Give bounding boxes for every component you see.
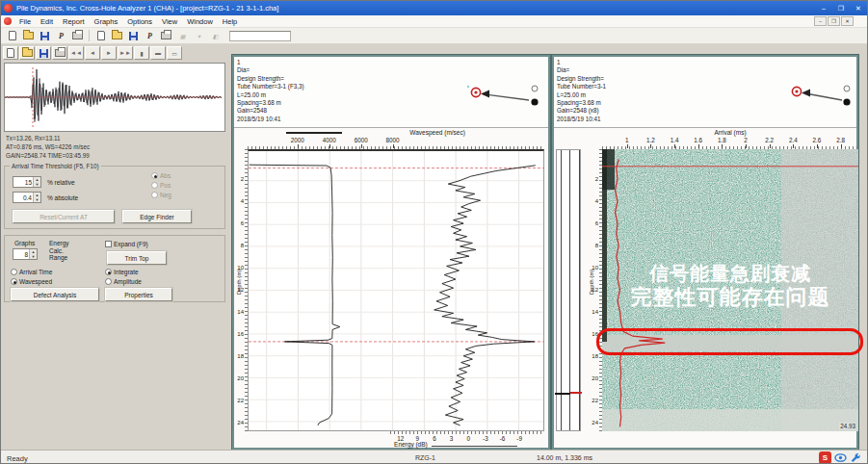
open-button[interactable]: [20, 29, 37, 43]
new-project-button[interactable]: [92, 29, 109, 43]
close-button[interactable]: ✕: [850, 2, 867, 14]
preview-project-button[interactable]: P: [142, 29, 158, 43]
profile-plot-area[interactable]: [248, 149, 544, 431]
properties-button[interactable]: Properties: [105, 288, 172, 301]
wave-print-button[interactable]: [52, 46, 67, 60]
option-label: Arrival Time: [19, 269, 52, 275]
radio-icon: [11, 269, 17, 275]
save-button[interactable]: [37, 29, 53, 43]
decorative-dot: [467, 86, 469, 88]
save-disk-icon: [39, 49, 48, 58]
arrival-time-option[interactable]: Arrival Time: [11, 269, 52, 275]
menu-item[interactable]: View: [157, 17, 182, 26]
minimize-button[interactable]: –: [815, 2, 832, 14]
tick-label: 9: [416, 435, 420, 442]
preview-button[interactable]: P: [53, 29, 69, 43]
print-button[interactable]: [69, 29, 86, 43]
wave-baseline-button[interactable]: ▬: [150, 46, 166, 60]
wave-last-button[interactable]: ►►: [118, 46, 133, 60]
tick-label: 2.6: [813, 137, 822, 143]
save-project-button[interactable]: [125, 29, 142, 43]
trim-top-button[interactable]: Trim Top: [107, 251, 167, 265]
profile-header-text: 1Dia=Design Strength=Tube Number=3-1 (F3…: [237, 59, 304, 123]
restore-button[interactable]: ❐: [832, 2, 850, 14]
child-close-button[interactable]: ✕: [841, 16, 854, 26]
menu-item[interactable]: Window: [182, 17, 218, 26]
depth-axis-left: Depth (m) 24681012141618202224: [234, 149, 248, 431]
menu-item[interactable]: Report: [58, 17, 90, 26]
receiver-tube-marker[interactable]: [531, 98, 538, 105]
spinner-arrows[interactable]: ▲▼: [33, 193, 40, 202]
wave-next-button[interactable]: ►: [101, 46, 117, 60]
depth-select-strip[interactable]: [556, 149, 581, 431]
graphs-label: Graphs: [14, 240, 35, 246]
relative-threshold-spinner[interactable]: 15 ▲▼: [13, 176, 41, 188]
spinner-arrows[interactable]: ▲▼: [33, 177, 40, 187]
open-project-button[interactable]: [109, 29, 125, 43]
menu-item[interactable]: Help: [218, 17, 242, 26]
menu-bar: FileEditReportGraphsOptionsViewWindowHel…: [1, 15, 867, 28]
menu-item[interactable]: File: [14, 17, 36, 26]
receiver-tube-marker[interactable]: [843, 98, 850, 105]
radio-icon: [11, 278, 17, 285]
polarity-neg-option[interactable]: Neg: [151, 192, 171, 198]
wave-new-button[interactable]: [3, 46, 18, 60]
tick-label: 2: [744, 137, 748, 143]
spin-down-icon[interactable]: ▼: [34, 197, 40, 202]
energy-calc-range-label: Energy Calc. Range: [49, 240, 69, 262]
profile-window: 1Dia=Design Strength=Tube Number=3-1 (F3…: [232, 55, 550, 450]
disabled-tool-icon: ✦: [197, 33, 201, 39]
profile-plot-svg: [249, 151, 543, 430]
child-minimize-button[interactable]: –: [814, 16, 827, 26]
polarity-abs-option[interactable]: Abs: [151, 172, 171, 179]
current-depth-marker[interactable]: [555, 393, 570, 395]
spin-down-icon[interactable]: ▼: [30, 254, 37, 259]
child-window-icon: [4, 17, 12, 25]
toolbar-input-field[interactable]: [229, 31, 291, 41]
tick-label: 20: [237, 375, 244, 381]
wave-first-button[interactable]: ◄◄: [68, 46, 84, 60]
waveform-toolbar: ◄◄ ◄ ► ►► ▮ ▬ ▭: [3, 46, 182, 60]
tick-label: 12: [237, 287, 244, 293]
radio-icon: [105, 269, 112, 275]
spin-down-icon[interactable]: ▼: [34, 182, 40, 187]
wave-cursor-button[interactable]: ▮: [134, 46, 149, 60]
tick-label: -3: [483, 435, 488, 442]
defect-analysis-button[interactable]: Defect Analysis: [11, 288, 99, 301]
menu-item[interactable]: Edit: [36, 17, 58, 26]
wave-prev-button[interactable]: ◄: [85, 46, 100, 60]
arrival-waterfall-display[interactable]: 信号能量急剧衰减 完整性可能存在问题 24.93: [602, 149, 858, 431]
wavespeed-option[interactable]: Wavespeed: [11, 278, 52, 285]
tick-label: 6: [595, 220, 598, 226]
tick-label: 24: [592, 420, 598, 425]
header-line: Gain=2548 (x8): [557, 107, 606, 115]
wave-box-button[interactable]: ▭: [167, 46, 182, 60]
printer-icon: [55, 49, 66, 57]
wave-open-button[interactable]: [19, 46, 35, 60]
waveform-display[interactable]: [4, 63, 225, 132]
capture-tool-icon[interactable]: S: [819, 451, 831, 464]
child-restore-button[interactable]: ❐: [828, 16, 840, 26]
tick-label: 4000: [323, 137, 336, 143]
amplitude-option[interactable]: Amplitude: [105, 278, 142, 285]
preview-p-icon: P: [59, 32, 64, 40]
spinner-arrows[interactable]: ▲▼: [29, 249, 37, 259]
tick-label: 1.2: [646, 137, 655, 143]
new-button[interactable]: [4, 29, 20, 43]
menu-item[interactable]: Graphs: [90, 17, 123, 26]
status-window-label: RZG-1: [415, 454, 435, 461]
option-label: Abs: [160, 172, 171, 179]
wave-save-button[interactable]: [36, 46, 51, 60]
menu-item[interactable]: Options: [122, 17, 157, 26]
polarity-pos-option[interactable]: Pos: [151, 182, 171, 189]
reset-current-at-button[interactable]: Reset/Current AT: [13, 210, 115, 223]
absolute-threshold-spinner[interactable]: 0.4 ▲▼: [13, 192, 41, 203]
graphs-count-spinner[interactable]: 8 ▲▼: [13, 248, 38, 260]
wrench-icon[interactable]: [850, 452, 861, 464]
eye-icon[interactable]: [834, 451, 847, 464]
expand-checkbox[interactable]: Expand (F9): [105, 241, 148, 247]
edge-finder-button[interactable]: Edge Finder: [122, 210, 192, 223]
strip-line: [579, 150, 580, 430]
print-project-button[interactable]: [158, 29, 174, 43]
integrate-option[interactable]: Integrate: [105, 269, 139, 275]
